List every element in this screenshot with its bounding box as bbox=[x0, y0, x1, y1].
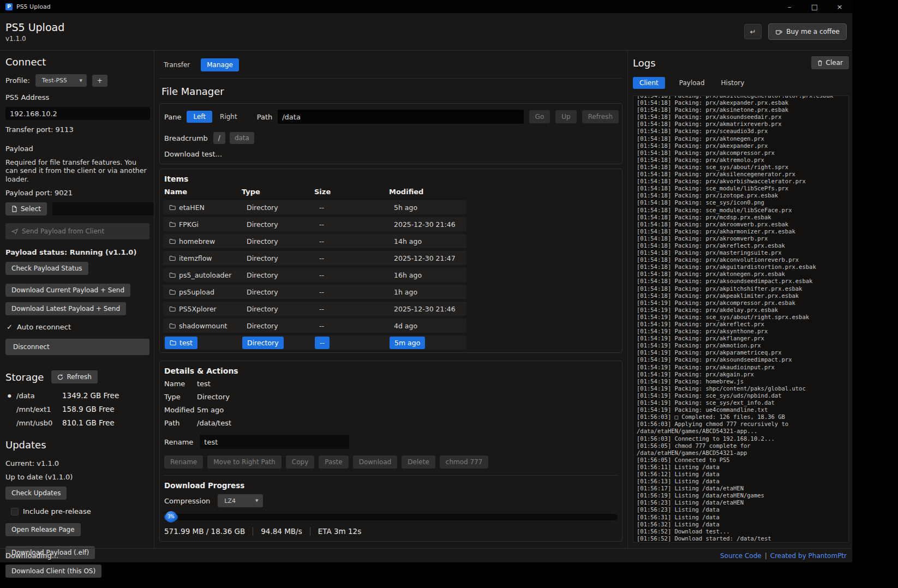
tab-manage[interactable]: Manage bbox=[201, 58, 239, 71]
breadcrumb-chip[interactable]: / bbox=[213, 132, 225, 144]
logs-tab-history[interactable]: History bbox=[719, 76, 747, 89]
table-row[interactable]: ps5upload Directory -- 1h ago bbox=[163, 285, 466, 299]
action-button[interactable]: Download bbox=[353, 455, 398, 469]
pane-right-button[interactable]: Right bbox=[218, 110, 240, 123]
refresh-icon bbox=[57, 374, 63, 380]
buy-coffee-button[interactable]: Buy me a coffee bbox=[768, 23, 847, 40]
send-payload-button[interactable]: Send Payload from Client bbox=[5, 223, 149, 239]
log-console[interactable]: [01:54:18] Packing: prx/aksilencegenerat… bbox=[633, 95, 849, 543]
item-modified: 2025-12-30 21:46 bbox=[394, 220, 456, 229]
auto-reconnect-checkbox[interactable]: ✓ Auto reconnect bbox=[7, 323, 148, 331]
go-button[interactable]: Go bbox=[529, 110, 550, 123]
add-profile-button[interactable]: + bbox=[92, 75, 107, 87]
ps5-address-input[interactable] bbox=[5, 107, 150, 120]
item-size: -- bbox=[319, 305, 324, 313]
profile-select[interactable]: Test-PS5 ▼ bbox=[35, 74, 87, 87]
detail-value: Directory bbox=[197, 393, 619, 401]
path-input[interactable] bbox=[278, 110, 523, 124]
payload-port-text: Payload port: 9021 bbox=[5, 189, 149, 197]
storage-refresh-button[interactable]: Refresh bbox=[51, 370, 97, 383]
include-prerelease-checkbox[interactable]: Include pre-release bbox=[11, 507, 148, 515]
drive-path: /data bbox=[16, 392, 62, 400]
detail-value: /data/test bbox=[197, 419, 619, 427]
pane-left-button[interactable]: Left bbox=[187, 111, 212, 123]
header: PS5 Upload v1.1.0 ↵ Buy me a coffee bbox=[0, 13, 852, 51]
payload-description: Required for file transfer features. You… bbox=[5, 158, 149, 183]
folder-icon bbox=[169, 221, 176, 227]
detail-label: Modified bbox=[164, 406, 197, 414]
stat-value: ETA 3m 12s bbox=[318, 527, 362, 536]
action-button[interactable]: Copy bbox=[286, 455, 314, 469]
table-row[interactable]: test Directory -- 5m ago bbox=[163, 335, 466, 350]
download-current-payload-button[interactable]: Download Current Payload + Send bbox=[5, 284, 130, 297]
download-latest-payload-button[interactable]: Download Latest Payload + Send bbox=[5, 302, 126, 315]
folder-icon bbox=[169, 238, 176, 244]
compression-select[interactable]: LZ4 ▼ bbox=[218, 494, 263, 507]
folder-icon bbox=[169, 306, 176, 312]
item-type: Directory bbox=[247, 322, 278, 330]
source-code-link[interactable]: Source Code bbox=[720, 552, 762, 560]
breadcrumb-chip[interactable]: data bbox=[230, 132, 254, 144]
coffee-icon bbox=[775, 28, 782, 35]
app-version: v1.1.0 bbox=[5, 35, 64, 43]
connect-title: Connect bbox=[5, 56, 149, 68]
action-button[interactable]: Rename bbox=[164, 455, 203, 469]
folder-icon bbox=[169, 272, 176, 278]
folder-icon bbox=[169, 205, 176, 211]
item-type: Directory bbox=[247, 220, 278, 229]
progress-stats: 571.99 MB / 18.36 GB 94.84 MB/s ETA 3m 1… bbox=[164, 527, 618, 536]
check-payload-status-button[interactable]: Check Payload Status bbox=[5, 262, 88, 275]
item-modified: 14h ago bbox=[394, 237, 422, 245]
close-button[interactable]: × bbox=[827, 0, 852, 13]
item-type: Directory bbox=[247, 305, 278, 313]
disconnect-button[interactable]: Disconnect bbox=[5, 339, 149, 355]
credit-link[interactable]: Created by PhantomPtr bbox=[770, 552, 847, 560]
check-updates-button[interactable]: Check Updates bbox=[5, 487, 67, 500]
action-button[interactable]: chmod 777 bbox=[440, 455, 489, 469]
item-size: -- bbox=[319, 322, 324, 330]
status-text: Downloading... bbox=[5, 551, 58, 560]
refresh-button[interactable]: Refresh bbox=[582, 110, 619, 123]
table-row[interactable]: FPKGi Directory -- 2025-12-30 21:46 bbox=[163, 217, 466, 231]
item-actions: RenameMove to Right PathCopyPasteDownloa… bbox=[164, 455, 619, 469]
action-button[interactable]: Move to Right Path bbox=[207, 455, 282, 469]
action-button[interactable]: Paste bbox=[319, 455, 348, 469]
table-row[interactable]: itemzflow Directory -- 2025-12-30 21:47 bbox=[163, 251, 466, 265]
detail-field: Path /data/test bbox=[164, 419, 619, 427]
detail-field: Modified 5m ago bbox=[164, 406, 619, 414]
return-button[interactable]: ↵ bbox=[744, 24, 762, 39]
item-modified: 5m ago bbox=[394, 339, 420, 347]
download-client-button[interactable]: Download Client (this OS) bbox=[5, 565, 101, 578]
maximize-button[interactable]: □ bbox=[802, 0, 827, 13]
table-row[interactable]: homebrew Directory -- 14h ago bbox=[163, 234, 466, 248]
folder-icon bbox=[169, 255, 176, 261]
payload-file-input[interactable] bbox=[52, 202, 154, 215]
up-button[interactable]: Up bbox=[555, 110, 576, 123]
details-fields: Name test Type Directory Modified 5m ago… bbox=[163, 380, 619, 427]
logs-tab-payload[interactable]: Payload bbox=[677, 76, 707, 89]
select-payload-button[interactable]: Select bbox=[5, 202, 47, 215]
drive-path: /mnt/usb0 bbox=[16, 419, 62, 427]
item-name: homebrew bbox=[179, 237, 215, 245]
logs-title: Logs bbox=[633, 57, 656, 69]
table-row[interactable]: shadowmount Directory -- 4d ago bbox=[163, 319, 466, 333]
tab-transfer[interactable]: Transfer bbox=[161, 58, 192, 71]
action-button[interactable]: Delete bbox=[402, 455, 435, 469]
detail-label: Type bbox=[164, 393, 197, 401]
breadcrumb-label: Breadcrumb bbox=[164, 134, 208, 142]
table-row[interactable]: etaHEN Directory -- 5h ago bbox=[163, 200, 466, 214]
stat-separator bbox=[310, 527, 310, 536]
details-panel: Details & Actions Name test Type Directo… bbox=[159, 361, 622, 542]
clear-logs-button[interactable]: Clear bbox=[811, 56, 849, 69]
open-release-page-button[interactable]: Open Release Page bbox=[5, 523, 81, 536]
rename-input[interactable] bbox=[200, 435, 349, 449]
item-name: ps5upload bbox=[179, 288, 214, 296]
minimize-button[interactable]: – bbox=[777, 0, 802, 13]
file-manager-toolbar: Pane Left Right Path Go Up Refresh Bread… bbox=[159, 103, 622, 164]
window-title: PS5 Upload bbox=[16, 3, 51, 10]
items-header: Name Type Size Modified bbox=[163, 187, 466, 200]
item-type: Directory bbox=[247, 271, 278, 279]
logs-tab-client[interactable]: Client bbox=[633, 77, 665, 89]
table-row[interactable]: PS5Xplorer Directory -- 2025-12-30 21:46 bbox=[163, 302, 466, 316]
table-row[interactable]: ps5_autoloader Directory -- 16h ago bbox=[163, 268, 466, 282]
